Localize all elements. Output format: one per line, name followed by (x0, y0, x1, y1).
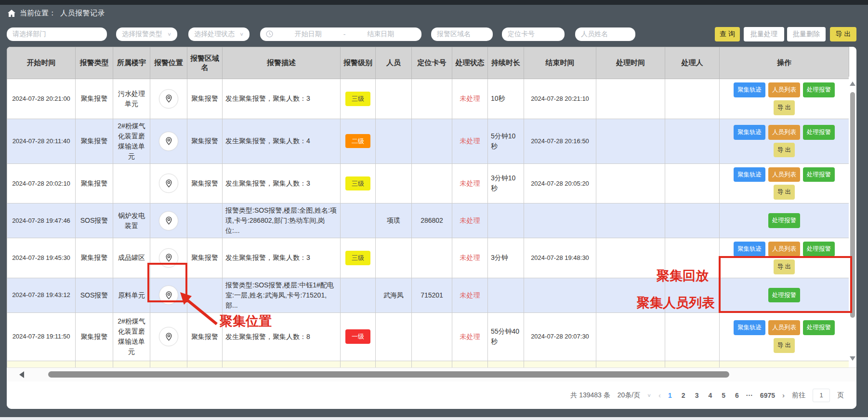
alarm-type-select[interactable]: 选择报警类型∨ (116, 27, 177, 41)
handle-action-button[interactable]: 处理报警 (768, 288, 800, 303)
card-number-input[interactable]: 定位卡号 (502, 27, 565, 41)
cell-operations: 聚集轨迹人员列表处理报警导 出 (720, 163, 849, 203)
horizontal-scroll-thumb[interactable] (48, 371, 729, 378)
column-header: 处理状态 (452, 47, 488, 79)
handle-action-button[interactable]: 处理报警 (803, 242, 835, 257)
page-number-button[interactable]: 1 (668, 392, 672, 399)
cell-handle-status: 未处理 (452, 79, 488, 119)
column-header: 结束时间 (524, 47, 596, 79)
cell-card-number (412, 79, 452, 119)
cell-handle-time (596, 312, 665, 361)
prev-page-button[interactable]: ‹ (658, 391, 661, 399)
cell-handle-time (596, 203, 665, 238)
alarm-area-input[interactable]: 报警区域名 (431, 27, 493, 41)
handle-status-select[interactable]: 选择处理状态∨ (188, 27, 250, 41)
goto-page-input[interactable] (813, 389, 830, 402)
cell-handle-status: 未处理 (452, 361, 488, 367)
scroll-down-arrow-icon[interactable] (850, 356, 855, 361)
cell-handle-time (596, 238, 665, 278)
last-page-button[interactable]: 6975 (760, 392, 775, 399)
batch-delete-button[interactable]: 批量删除 (787, 27, 826, 41)
page-number-button[interactable]: 2 (682, 392, 685, 399)
cell-start-time: 2024-07-28 19:11:50 (7, 312, 76, 361)
export-action-button[interactable]: 导 出 (774, 338, 795, 353)
location-pin-icon[interactable] (159, 174, 178, 193)
export-action-button[interactable]: 导 出 (774, 259, 795, 274)
scroll-left-arrow-icon[interactable] (19, 371, 24, 378)
handle-action-button[interactable]: 处理报警 (803, 167, 835, 182)
person-name-input[interactable]: 人员姓名 (575, 27, 635, 41)
vertical-scrollbar[interactable] (849, 77, 856, 367)
cell-card-number: 715201 (412, 278, 452, 312)
page-number-button[interactable]: 5 (722, 392, 725, 399)
location-pin-icon[interactable] (159, 327, 178, 346)
batch-handle-button[interactable]: 批量处理 (744, 27, 784, 41)
table-row: 2024-07-28 18:52:40超员报警合成水处理单元作业票:JGJXN2… (7, 361, 849, 367)
cell-alarm-type: SOS报警 (76, 278, 113, 312)
page-size-select[interactable]: 20条/页 ∨ (618, 391, 651, 400)
vertical-scroll-thumb[interactable] (850, 92, 855, 318)
handle-action-button[interactable]: 处理报警 (803, 320, 835, 335)
chevron-down-icon: ∨ (167, 31, 171, 37)
list-action-button[interactable]: 人员列表 (768, 125, 800, 140)
location-pin-icon[interactable] (159, 285, 178, 305)
date-range-picker[interactable]: 开始日期 - 结束日期 (260, 27, 421, 41)
export-action-button[interactable]: 导 出 (774, 185, 795, 200)
breadcrumb-label: 当前位置： (20, 9, 56, 18)
export-button[interactable]: 导 出 (830, 27, 856, 41)
breadcrumb-page: 人员报警记录 (60, 9, 105, 18)
cell-alarm-type: 超员报警 (76, 361, 113, 367)
track-action-button[interactable]: 聚集轨迹 (734, 320, 765, 335)
cell-duration: 55分钟40秒 (488, 312, 524, 361)
cell-operations: 人员列表处理报警 (720, 361, 849, 367)
track-action-button[interactable]: 聚集轨迹 (734, 242, 765, 257)
page-number-button[interactable]: 3 (695, 392, 699, 399)
location-pin-icon[interactable] (159, 248, 178, 268)
next-page-button[interactable]: › (782, 391, 785, 399)
handle-action-button[interactable]: 处理报警 (768, 213, 800, 228)
location-pin-icon[interactable] (159, 132, 178, 151)
column-header: 人员 (376, 47, 412, 79)
cell-card-number: 750401 (412, 361, 452, 367)
cell-alarm-description: 发生聚集报警，聚集人数：3 (223, 238, 341, 278)
track-action-button[interactable]: 聚集轨迹 (734, 167, 765, 182)
cell-operations: 处理报警 (720, 203, 849, 238)
handle-action-button[interactable]: 处理报警 (803, 82, 835, 97)
cell-building (113, 163, 150, 203)
department-input[interactable]: 请选择部门 (7, 27, 107, 41)
track-action-button[interactable]: 聚集轨迹 (734, 125, 765, 140)
track-action-button[interactable]: 聚集轨迹 (734, 82, 765, 97)
cell-person (376, 312, 412, 361)
cell-end-time: 2024-07-28 18:52:57 (524, 361, 596, 367)
alarm-level-badge: 一级 (345, 329, 370, 344)
goto-suffix: 页 (837, 391, 844, 400)
cell-alarm-area: 聚集报警 (187, 312, 223, 361)
column-header: 报警描述 (223, 47, 341, 79)
cell-building: 合成水处理单元 (113, 361, 150, 367)
page-number-button[interactable]: 6 (735, 392, 739, 399)
list-action-button[interactable]: 人员列表 (768, 320, 800, 335)
cell-alarm-description: 报警类型:SOS报警,楼层:中钰1#配电室:一层,姓名:武海凤,卡号:71520… (223, 278, 341, 312)
page-number-button[interactable]: 4 (708, 392, 712, 399)
cell-alarm-description: 报警类型:超员报警,楼层:全图,报警区域名:作业票:JGJXN202407280… (223, 361, 341, 367)
window-bottom-strip (0, 417, 868, 420)
list-action-button[interactable]: 人员列表 (768, 167, 800, 182)
query-button[interactable]: 查 询 (715, 27, 740, 41)
cell-end-time: 2024-07-28 20:21:10 (524, 79, 596, 119)
total-count: 共 139483 条 (570, 391, 610, 400)
scroll-up-arrow-icon[interactable] (850, 81, 855, 86)
handle-action-button[interactable]: 处理报警 (803, 125, 835, 140)
location-pin-icon[interactable] (159, 211, 178, 230)
export-action-button[interactable]: 导 出 (774, 100, 795, 115)
end-date-input[interactable]: 结束日期 (345, 30, 416, 39)
horizontal-scrollbar[interactable] (7, 367, 856, 381)
cell-duration (488, 203, 524, 238)
cell-alarm-position (150, 163, 187, 203)
column-header: 报警区域名 (187, 47, 223, 79)
list-action-button[interactable]: 人员列表 (768, 82, 800, 97)
export-action-button[interactable]: 导 出 (774, 143, 795, 158)
start-date-input[interactable]: 开始日期 (273, 30, 343, 39)
table-row: 2024-07-28 19:43:12SOS报警原料单元报警类型:SOS报警,楼… (7, 278, 849, 312)
location-pin-icon[interactable] (159, 89, 178, 108)
list-action-button[interactable]: 人员列表 (768, 242, 800, 257)
